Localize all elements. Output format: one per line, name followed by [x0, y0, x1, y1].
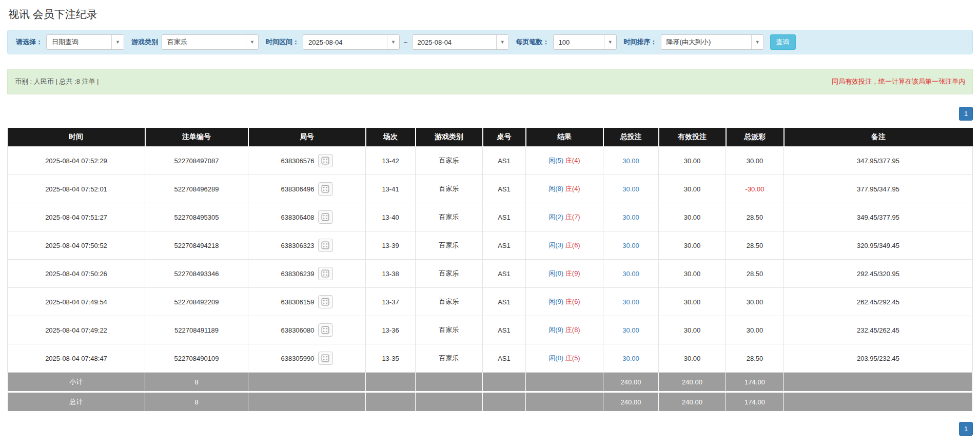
cell-session: 13-37: [366, 288, 416, 316]
view-round-button[interactable]: [318, 239, 333, 252]
cell-payout: 30.00: [726, 316, 784, 344]
dice-icon: [321, 213, 329, 221]
page-button-1[interactable]: 1: [959, 422, 973, 436]
result-player: 闲(0): [548, 354, 563, 362]
cell-total-bet: 30.00: [603, 344, 659, 373]
page-button-1[interactable]: 1: [959, 107, 973, 121]
cell-total-bet: 30.00: [603, 260, 659, 288]
chevron-down-icon[interactable]: ▼: [246, 35, 258, 49]
total-bet-link[interactable]: 30.00: [622, 270, 639, 278]
total-bet-link[interactable]: 30.00: [622, 326, 639, 334]
cell-payout: 28.50: [726, 231, 784, 260]
table-header: 时间注单编号局号场次游戏类别桌号结果总投注有效投注总派彩备注: [8, 128, 973, 147]
table-row: 2025-08-04 07:50:26522708493346638306239…: [8, 260, 973, 288]
cell-total-bet: 30.00: [603, 288, 659, 316]
cell-round: 638306080: [248, 316, 366, 344]
view-round-button[interactable]: [318, 352, 333, 365]
cell-bet-id: 522708493346: [145, 260, 248, 288]
cell-time: 2025-08-04 07:52:29: [8, 147, 145, 175]
cell-total-bet: 30.00: [603, 231, 659, 260]
result-banker: 庄(7): [565, 213, 580, 221]
view-round-button[interactable]: [318, 210, 333, 224]
sort-order-select[interactable]: 降幂(由大到小) ▼: [661, 34, 764, 50]
cell-total-bet: 30.00: [603, 147, 659, 175]
footer-empty: [416, 392, 483, 412]
cell-remark: 347.95/377.95: [784, 147, 973, 175]
column-header-2: 注单编号: [145, 128, 248, 147]
date-from-select[interactable]: 2025-08-04 ▼: [303, 34, 400, 50]
cell-total-bet: 30.00: [603, 316, 659, 344]
table-footer: 小计8240.00240.00174.00总计8240.00240.00174.…: [8, 373, 973, 412]
view-round-button[interactable]: [318, 182, 333, 196]
total-bet-link[interactable]: 30.00: [622, 242, 639, 249]
chevron-down-icon[interactable]: ▼: [751, 35, 763, 49]
table-header-row: 时间注单编号局号场次游戏类别桌号结果总投注有效投注总派彩备注: [8, 128, 973, 147]
result-player: 闲(9): [548, 326, 563, 334]
date-to-select[interactable]: 2025-08-04 ▼: [412, 34, 509, 50]
total-bet-link[interactable]: 30.00: [622, 355, 639, 362]
query-type-select[interactable]: 日期查询 ▼: [46, 34, 124, 50]
result-player: 闲(0): [548, 269, 563, 277]
chevron-down-icon[interactable]: ▼: [604, 35, 616, 49]
view-round-button[interactable]: [318, 154, 333, 167]
total-bet-link[interactable]: 30.00: [622, 214, 639, 221]
total-bet-link[interactable]: 30.00: [622, 185, 639, 193]
result-player: 闲(2): [548, 213, 563, 221]
cell-bet-id: 522708492209: [145, 288, 248, 316]
page-size-select[interactable]: 100 ▼: [553, 34, 617, 50]
search-button[interactable]: 查询: [770, 34, 796, 50]
footer-empty: [366, 373, 416, 392]
cell-bet-id: 522708490109: [145, 344, 248, 373]
cell-result: 闲(9) 庄(8): [526, 316, 603, 344]
round-number: 638306576: [281, 157, 314, 165]
cell-remark: 232.45/262.45: [784, 316, 973, 344]
dice-icon: [321, 326, 329, 334]
result-banker: 庄(6): [565, 298, 580, 305]
cell-session: 13-40: [366, 203, 416, 231]
cell-result: 闲(5) 庄(4): [526, 147, 603, 175]
footer-label: 总计: [8, 392, 145, 412]
footer-empty: [248, 392, 366, 412]
column-header-7: 结果: [526, 128, 603, 147]
cell-payout: 30.00: [726, 147, 784, 175]
cell-valid-bet: 30.00: [659, 288, 726, 316]
column-header-1: 时间: [8, 128, 145, 147]
total-bet-link[interactable]: 30.00: [622, 157, 639, 165]
footer-empty: [784, 392, 973, 412]
dice-icon: [321, 241, 329, 249]
payout-value: 30.00: [747, 326, 763, 334]
subtotal-row: 小计8240.00240.00174.00: [8, 373, 973, 392]
column-header-11: 备注: [784, 128, 973, 147]
footer-empty: [483, 392, 526, 412]
round-number: 638305990: [281, 355, 314, 362]
sort-order-value: 降幂(由大到小): [661, 35, 751, 49]
dice-icon: [321, 269, 329, 278]
footer-payout: 174.00: [726, 392, 784, 412]
footer-empty: [526, 392, 603, 412]
cell-session: 13-39: [366, 231, 416, 260]
cell-result: 闲(0) 庄(9): [526, 260, 603, 288]
cell-valid-bet: 30.00: [659, 316, 726, 344]
page-title: 视讯 会员下注纪录: [8, 7, 973, 22]
chevron-down-icon[interactable]: ▼: [111, 35, 124, 49]
column-header-9: 有效投注: [659, 128, 726, 147]
view-round-button[interactable]: [318, 323, 333, 337]
payout-value: 28.50: [747, 270, 763, 278]
total-bet-link[interactable]: 30.00: [622, 298, 639, 306]
pagination-top: 1: [7, 107, 973, 121]
cell-game-type: 百家乐: [416, 203, 483, 231]
game-type-select[interactable]: 百家乐 ▼: [162, 34, 259, 50]
result-banker: 庄(6): [565, 241, 580, 249]
result-player: 闲(9): [548, 298, 563, 305]
view-round-button[interactable]: [318, 295, 333, 308]
view-round-button[interactable]: [318, 267, 333, 280]
cell-time: 2025-08-04 07:49:22: [8, 316, 145, 344]
chevron-down-icon[interactable]: ▼: [496, 35, 508, 49]
filter-bar: 请选择： 日期查询 ▼ 游戏类别 百家乐 ▼ 时间区间： 2025-08-04 …: [7, 30, 973, 54]
cell-round: 638306159: [248, 288, 366, 316]
column-header-10: 总派彩: [726, 128, 784, 147]
result-player: 闲(5): [548, 157, 563, 164]
cell-game-type: 百家乐: [416, 175, 483, 203]
chevron-down-icon[interactable]: ▼: [387, 35, 399, 49]
summary-currency-count: 币别 : 人民币 | 总共 :8 注单 |: [15, 77, 99, 86]
